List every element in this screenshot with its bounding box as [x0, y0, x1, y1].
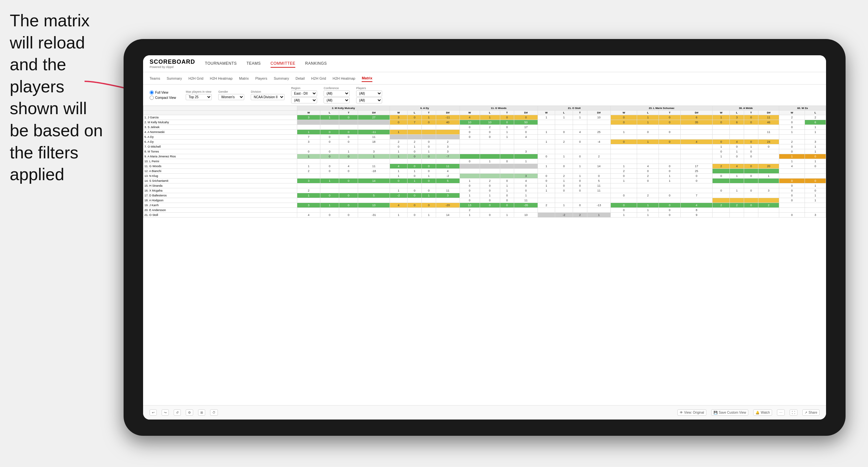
cell: [480, 164, 500, 169]
subnav-teams[interactable]: Teams: [150, 75, 160, 82]
cell: 0: [480, 183, 500, 188]
cell: [611, 188, 637, 193]
cell: [538, 213, 555, 218]
cell: 0: [744, 115, 758, 120]
cell: 46: [758, 120, 779, 125]
undo-button[interactable]: ↩: [150, 409, 157, 416]
cell: 11: [758, 130, 779, 135]
cell: 3: [390, 115, 407, 120]
sub-w1: W: [297, 111, 320, 115]
cell: [297, 183, 320, 188]
subnav-matrix2[interactable]: Matrix: [362, 75, 372, 82]
save-icon: 💾: [714, 411, 717, 414]
settings-button[interactable]: ⚙: [186, 409, 193, 416]
nav-rankings[interactable]: RANKINGS: [305, 60, 327, 68]
table-row: 18. A Hodgson 0 0 0 11: [144, 198, 826, 203]
sub-nav: Teams Summary H2H Grid H2H Heatmap Matri…: [143, 72, 826, 85]
watch-button[interactable]: 🔔 Watch: [753, 409, 772, 416]
cell: [611, 125, 637, 130]
cell: 6: [805, 120, 826, 125]
cell: [744, 169, 758, 174]
cell: 1: [390, 130, 407, 135]
subnav-summary2[interactable]: Summary: [274, 75, 289, 82]
cell: 1: [407, 179, 422, 183]
conference-select[interactable]: (All): [323, 90, 350, 97]
cell: [681, 154, 713, 159]
max-players-select[interactable]: Top 25: [186, 94, 212, 100]
cell: 0: [713, 139, 730, 145]
cell: 0: [422, 203, 436, 208]
cell: 3: [436, 145, 460, 149]
cell: [758, 149, 779, 154]
players-select[interactable]: (All): [356, 90, 382, 97]
cell: 0: [611, 203, 637, 208]
subnav-h2h-grid[interactable]: H2H Grid: [188, 75, 203, 82]
division-filter: Division NCAA Division II: [251, 90, 285, 100]
share-button[interactable]: ↗ Share: [802, 409, 819, 416]
cell: [390, 125, 407, 130]
division-select[interactable]: NCAA Division II: [251, 94, 285, 100]
cell: 0: [514, 183, 538, 188]
cell: 13: [460, 203, 480, 208]
cell: 1: [637, 115, 659, 120]
col-header-stoll: 21. O Stoll: [538, 106, 611, 111]
cell: 0: [422, 154, 436, 159]
full-view-option[interactable]: Full View: [150, 90, 176, 95]
nav-teams[interactable]: TEAMS: [247, 60, 261, 68]
player-name: 12. A Bianchi: [144, 169, 297, 174]
view-original-button[interactable]: 👁 View: Original: [677, 409, 707, 416]
cell: 1: [480, 159, 500, 164]
cell: [407, 208, 422, 213]
timer-button[interactable]: ⏱: [210, 409, 218, 416]
player-name: 4. A Nomrowski: [144, 130, 297, 135]
cell: [637, 198, 659, 203]
compact-view-radio[interactable]: [150, 96, 154, 100]
subnav-players[interactable]: Players: [255, 75, 267, 82]
cell: 0: [500, 159, 514, 164]
main-content: 2. M Kelly Mulcahy 6. A Dy 11. G Woods 2…: [143, 106, 826, 405]
region-sub-select[interactable]: (All): [291, 97, 317, 103]
cell: [758, 159, 779, 164]
subnav-detail[interactable]: Detail: [296, 75, 305, 82]
save-custom-button[interactable]: 💾 Save Custom View: [711, 409, 748, 416]
table-wrapper[interactable]: 2. M Kelly Mulcahy 6. A Dy 11. G Woods 2…: [143, 106, 826, 405]
full-view-radio[interactable]: [150, 90, 154, 95]
gender-select[interactable]: Women's: [218, 94, 244, 100]
cell: 0: [320, 164, 339, 169]
nav-committee[interactable]: COMMITTEE: [271, 60, 296, 68]
cell: [659, 145, 681, 149]
cell: [320, 145, 339, 149]
cell: [358, 188, 390, 193]
cell: 0: [500, 125, 514, 130]
cell: [555, 169, 573, 174]
refresh-button[interactable]: ↺: [174, 409, 181, 416]
cell: 1: [422, 174, 436, 179]
nav-tournaments[interactable]: TOURNAMENTS: [205, 60, 237, 68]
subnav-h2h-heatmap[interactable]: H2H Heatmap: [210, 75, 232, 82]
cell: 1: [779, 154, 805, 159]
cell: 0: [514, 115, 538, 120]
cell: [555, 193, 573, 198]
cell: 2: [805, 115, 826, 120]
layout-button[interactable]: ⊞: [198, 409, 205, 416]
conference-sub-select[interactable]: (All): [323, 97, 350, 103]
subnav-summary1[interactable]: Summary: [166, 75, 182, 82]
cell: 0: [611, 120, 637, 125]
cell: -7: [436, 154, 460, 159]
subnav-h2h-heatmap2[interactable]: H2H Heatmap: [333, 75, 355, 82]
subnav-h2h-grid2[interactable]: H2H Grid: [311, 75, 326, 82]
cell: [659, 154, 681, 159]
cell: 11: [436, 188, 460, 193]
fullscreen-button[interactable]: ⛶: [789, 409, 798, 416]
compact-view-option[interactable]: Compact View: [150, 96, 176, 100]
cell: [730, 183, 744, 188]
cell: -13: [587, 203, 611, 208]
redo-button[interactable]: ↪: [162, 409, 169, 416]
region-select[interactable]: East - DII: [291, 90, 317, 97]
players-sub-select[interactable]: (All): [356, 97, 382, 103]
cell: [480, 139, 500, 145]
subnav-matrix1[interactable]: Matrix: [239, 75, 249, 82]
cell: 4: [339, 164, 358, 169]
cell: [573, 125, 587, 130]
more-button[interactable]: ⋯: [777, 409, 785, 416]
